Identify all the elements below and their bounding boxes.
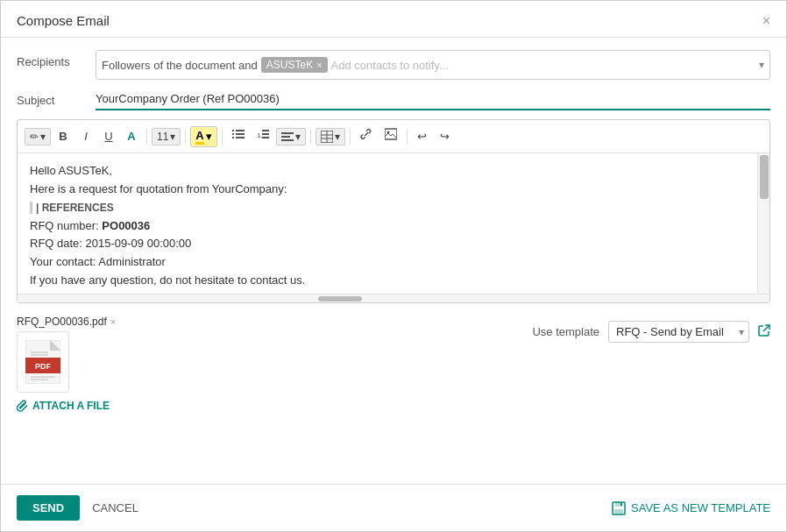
close-button[interactable]: ×: [762, 14, 770, 28]
svg-rect-1: [236, 130, 245, 131]
toolbar-separator-5: [350, 129, 351, 145]
template-select[interactable]: RFQ - Send by Email Standard Email: [608, 321, 749, 343]
dialog-header: Compose Email ×: [1, 1, 786, 38]
subject-field-value: [96, 89, 770, 110]
editor-content-wrapper: Hello ASUSTeK, Here is a request for quo…: [18, 153, 769, 294]
editor-hscrollbar[interactable]: [18, 294, 769, 302]
link-color-icon: A: [127, 130, 135, 143]
email-line-6: Your contact: Administrator: [30, 253, 745, 272]
dialog-footer: SEND CANCEL SAVE AS NEW TEMPLATE: [1, 484, 786, 531]
svg-text:1.: 1.: [257, 131, 263, 139]
attach-file-button[interactable]: ATTACH A FILE: [17, 400, 514, 412]
send-button[interactable]: SEND: [17, 495, 80, 521]
ordered-list-icon: 1.: [257, 128, 269, 140]
paragraph-dropdown[interactable]: ✏ ▾: [25, 128, 51, 145]
svg-rect-0: [232, 130, 234, 131]
email-line-1: Hello ASUSTeK,: [30, 162, 745, 181]
image-button[interactable]: [379, 125, 402, 147]
save-template-label: SAVE AS NEW TEMPLATE: [631, 501, 770, 514]
footer-left: SEND CANCEL: [17, 495, 142, 521]
redo-button[interactable]: ↪: [435, 126, 456, 147]
svg-line-28: [763, 325, 769, 331]
recipients-row: Recipients Followers of the document and…: [17, 50, 770, 80]
recipient-tag: ASUSTeK ×: [261, 57, 328, 73]
toolbar-separator-6: [407, 129, 408, 145]
unordered-list-icon: [232, 128, 245, 140]
svg-rect-32: [620, 503, 622, 506]
unordered-list-button[interactable]: [227, 125, 250, 147]
recipients-field-value: Followers of the document and ASUSTeK × …: [96, 50, 770, 80]
ordered-list-button[interactable]: 1.: [252, 125, 274, 147]
recipients-dropdown-arrow[interactable]: ▾: [759, 59, 764, 71]
svg-rect-3: [236, 133, 245, 135]
svg-rect-7: [262, 130, 269, 131]
save-as-new-template-button[interactable]: SAVE AS NEW TEMPLATE: [612, 501, 770, 515]
paperclip-icon: [17, 400, 29, 412]
italic-button[interactable]: I: [75, 126, 96, 147]
cancel-button[interactable]: CANCEL: [89, 495, 142, 521]
dialog-body: Recipients Followers of the document and…: [1, 38, 786, 484]
link-icon: [360, 128, 372, 140]
svg-rect-2: [232, 133, 234, 135]
link-button[interactable]: [355, 125, 378, 147]
dialog-title: Compose Email: [17, 13, 110, 28]
image-icon: [385, 128, 397, 140]
compose-email-dialog: Compose Email × Recipients Followers of …: [0, 0, 787, 532]
tag-label: ASUSTeK: [266, 59, 313, 71]
svg-rect-9: [262, 137, 269, 138]
pencil-icon: ✏: [30, 131, 39, 143]
template-external-link-icon[interactable]: [758, 324, 770, 339]
align-arrow: ▾: [295, 131, 301, 143]
attachment-remove-button[interactable]: ×: [110, 316, 116, 327]
email-editor: ✏ ▾ B I U A 11 ▾ A ▾: [17, 119, 770, 303]
attachments-section: RFQ_PO00036.pdf × PDF: [17, 316, 514, 412]
paragraph-arrow: ▾: [40, 131, 46, 143]
email-line-2: Here is a request for quotation from You…: [30, 181, 745, 199]
highlight-icon: A: [195, 129, 203, 145]
font-size-dropdown[interactable]: 11 ▾: [152, 128, 181, 145]
table-icon: [321, 131, 333, 143]
toolbar-separator-1: [146, 129, 147, 145]
tag-remove-button[interactable]: ×: [316, 60, 322, 70]
subject-input[interactable]: [96, 89, 770, 110]
svg-rect-11: [281, 136, 290, 138]
attachments-template-row: RFQ_PO00036.pdf × PDF: [17, 316, 770, 412]
subject-row: Subject: [17, 89, 770, 110]
highlight-button[interactable]: A ▾: [190, 126, 216, 147]
table-arrow: ▾: [335, 131, 340, 143]
rfq-number: PO00036: [102, 219, 150, 232]
toolbar-separator-3: [222, 129, 223, 145]
underline-button[interactable]: U: [98, 126, 119, 147]
scrollbar-thumb: [760, 155, 769, 199]
recipients-input[interactable]: Followers of the document and ASUSTeK × …: [96, 50, 770, 80]
references-label: | REFERENCES: [30, 202, 114, 214]
bold-button[interactable]: B: [53, 126, 74, 147]
pdf-icon: PDF: [25, 340, 60, 384]
editor-content-area[interactable]: Hello ASUSTeK, Here is a request for quo…: [18, 153, 757, 294]
svg-text:PDF: PDF: [35, 362, 52, 371]
toolbar-separator-2: [185, 129, 186, 145]
svg-rect-8: [262, 133, 269, 135]
undo-button[interactable]: ↩: [412, 126, 433, 147]
attachment-filename: RFQ_PO00036.pdf: [17, 316, 107, 328]
subject-label: Subject: [17, 89, 96, 107]
editor-scrollbar[interactable]: [757, 153, 769, 294]
align-icon: [281, 131, 294, 143]
email-line-7: If you have any question, do not hesitat…: [30, 272, 745, 290]
svg-rect-5: [236, 137, 245, 138]
editor-toolbar: ✏ ▾ B I U A 11 ▾ A ▾: [18, 120, 769, 153]
recipients-placeholder: Add contacts to notify...: [331, 59, 449, 72]
external-link-icon: [758, 324, 770, 337]
email-line-3: | REFERENCES: [30, 199, 745, 217]
highlight-arrow: ▾: [206, 130, 212, 143]
template-section: Use template RFQ - Send by Email Standar…: [532, 316, 770, 343]
font-size-arrow: ▾: [170, 131, 175, 143]
followers-text: Followers of the document and: [102, 59, 258, 72]
save-icon: [612, 501, 626, 515]
svg-rect-4: [232, 137, 234, 138]
table-dropdown[interactable]: ▾: [316, 128, 345, 145]
align-dropdown[interactable]: ▾: [276, 128, 306, 145]
toolbar-separator-4: [310, 129, 311, 145]
link-color-button[interactable]: A: [121, 126, 142, 147]
svg-rect-12: [281, 139, 294, 141]
